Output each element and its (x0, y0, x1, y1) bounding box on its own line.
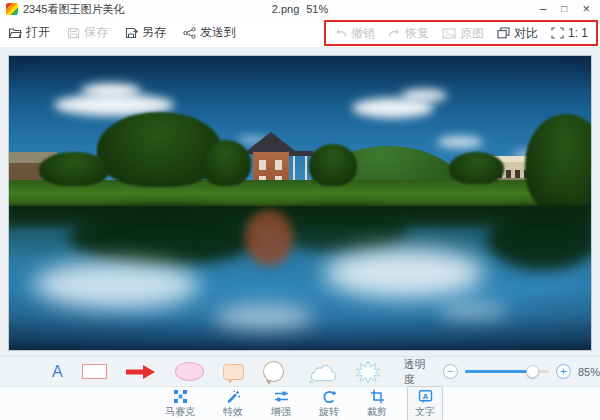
porch-column (305, 156, 307, 182)
annotation-toolbar: A 透明度 − + 85% (0, 356, 600, 386)
undo-button[interactable]: 撤销 (334, 25, 375, 42)
tree-reflection (69, 208, 259, 266)
ellipse-bubble-tool[interactable] (175, 362, 204, 381)
porch-column (293, 156, 295, 182)
house-window (259, 160, 266, 170)
tab-rotate-label: 旋转 (319, 405, 339, 419)
tab-enhance-label: 增强 (271, 405, 291, 419)
minimize-button[interactable]: – (540, 3, 547, 15)
tab-crop-label: 裁剪 (367, 405, 387, 419)
tab-crop[interactable]: 裁剪 (359, 386, 395, 420)
redo-icon (388, 28, 401, 39)
tree (201, 140, 251, 186)
window-controls: – □ × (540, 3, 594, 15)
save-as-label: 另存 (142, 24, 166, 41)
redo-button[interactable]: 恢复 (388, 25, 429, 42)
save-button[interactable]: 保存 (67, 24, 108, 41)
sliders-icon (274, 389, 289, 404)
tree (525, 114, 592, 214)
redo-label: 恢复 (405, 25, 429, 42)
opacity-value: 85% (578, 366, 600, 378)
save-icon (67, 27, 80, 39)
tab-text[interactable]: A 文字 (407, 386, 443, 420)
magic-wand-icon (226, 389, 241, 404)
tree (309, 144, 357, 186)
share-icon (183, 27, 196, 39)
app-logo-icon (6, 3, 18, 15)
mosaic-icon (173, 389, 188, 404)
cloud-reflection (214, 304, 314, 330)
cloud-bubble-tool[interactable] (303, 360, 336, 383)
photo-canvas[interactable] (8, 55, 592, 351)
app-window: 2345看图王图片美化 2.png 51% – □ × 打开 保存 (0, 0, 600, 420)
cloud-reflection (324, 248, 484, 298)
app-title: 2345看图王图片美化 (23, 2, 124, 17)
cloud-reflection (34, 261, 199, 309)
compare-icon (497, 27, 510, 39)
arrow-tool[interactable] (126, 364, 156, 380)
undo-label: 撤销 (351, 25, 375, 42)
circle-bubble-tool[interactable] (263, 361, 284, 382)
original-image-button[interactable]: 原图 (442, 25, 484, 42)
opacity-increase-button[interactable]: + (556, 364, 571, 379)
title-left: 2345看图王图片美化 (6, 2, 124, 17)
open-button[interactable]: 打开 (8, 24, 50, 41)
tab-effects[interactable]: 特效 (215, 386, 251, 420)
tab-text-label: 文字 (415, 405, 435, 419)
original-image-label: 原图 (460, 25, 484, 42)
folder-open-icon (8, 27, 22, 39)
tree-reflection (279, 208, 409, 252)
text-annotation-tool[interactable]: A (52, 364, 63, 380)
starburst-bubble-tool[interactable] (355, 360, 381, 384)
house-reflection (245, 210, 293, 266)
main-toolbar: 打开 保存 另存 发送到 (0, 18, 600, 48)
opacity-slider-fill (465, 370, 533, 373)
cloud (401, 89, 447, 102)
send-to-button[interactable]: 发送到 (183, 24, 236, 41)
actual-size-button[interactable]: 1: 1 (551, 26, 588, 40)
edit-history-toolbar-highlighted: 撤销 恢复 原图 对比 (324, 20, 598, 46)
opacity-control: 透明度 − + 85% (404, 357, 600, 387)
tab-mosaic-label: 马赛克 (165, 405, 195, 419)
cloud (437, 136, 483, 148)
tab-effects-label: 特效 (223, 405, 243, 419)
toolbar-left-group: 打开 保存 另存 发送到 (8, 24, 236, 41)
tree-reflection (487, 208, 592, 270)
cloud-reflection (439, 301, 509, 321)
maximize-button[interactable]: □ (561, 3, 567, 15)
save-as-button[interactable]: 另存 (125, 24, 166, 41)
tree (449, 152, 504, 184)
lake (9, 206, 591, 350)
file-name: 2.png (272, 3, 300, 15)
opacity-decrease-button[interactable]: − (443, 364, 458, 379)
zoom-level: 51% (306, 3, 328, 15)
opacity-slider[interactable] (465, 370, 549, 373)
actual-size-label: 1: 1 (568, 26, 588, 40)
save-label: 保存 (84, 24, 108, 41)
opacity-slider-thumb[interactable] (526, 365, 539, 378)
porch-roof (285, 151, 313, 156)
one-to-one-frame-icon (551, 27, 564, 39)
bottom-tab-bar: 马赛克 特效 增强 旋转 裁剪 A (0, 386, 600, 420)
tab-enhance[interactable]: 增强 (263, 386, 299, 420)
open-label: 打开 (26, 24, 50, 41)
compare-label: 对比 (514, 25, 538, 42)
house-window (275, 160, 282, 170)
rectangle-tool[interactable] (82, 364, 108, 379)
rounded-bubble-tool[interactable] (223, 364, 244, 380)
compare-button[interactable]: 对比 (497, 25, 538, 42)
save-as-icon (125, 27, 138, 39)
text-tab-icon: A (418, 389, 433, 404)
title-bar: 2345看图王图片美化 2.png 51% – □ × (0, 0, 600, 18)
send-to-label: 发送到 (200, 24, 236, 41)
tab-mosaic[interactable]: 马赛克 (157, 386, 203, 420)
close-button[interactable]: × (582, 3, 590, 15)
svg-text:A: A (422, 392, 428, 401)
opacity-label: 透明度 (404, 357, 436, 387)
file-info: 2.png 51% (272, 3, 329, 15)
tab-rotate[interactable]: 旋转 (311, 386, 347, 420)
canvas-area (0, 48, 600, 356)
undo-icon (334, 28, 347, 39)
original-image-icon (442, 28, 456, 39)
rotate-icon (321, 389, 337, 404)
